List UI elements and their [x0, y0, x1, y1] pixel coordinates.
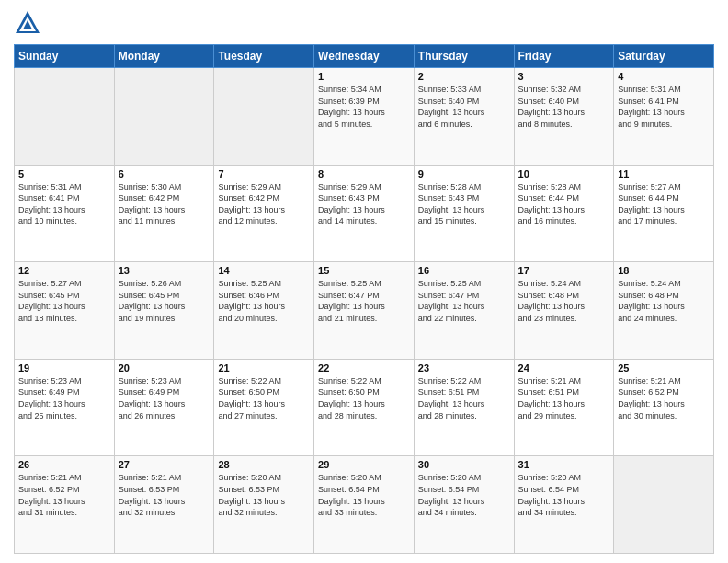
- day-number: 8: [318, 168, 410, 179]
- logo-icon: [14, 9, 41, 37]
- header: [14, 9, 714, 37]
- day-number: 30: [418, 459, 510, 470]
- weekday-header-friday: Friday: [514, 45, 614, 68]
- day-info: Sunrise: 5:20 AM Sunset: 6:54 PM Dayligh…: [518, 472, 610, 518]
- day-cell: 31Sunrise: 5:20 AM Sunset: 6:54 PM Dayli…: [514, 456, 614, 554]
- day-info: Sunrise: 5:21 AM Sunset: 6:52 PM Dayligh…: [618, 375, 710, 421]
- week-row-1: 1Sunrise: 5:34 AM Sunset: 6:39 PM Daylig…: [15, 68, 714, 166]
- day-number: 13: [119, 265, 210, 276]
- page: SundayMondayTuesdayWednesdayThursdayFrid…: [0, 0, 728, 563]
- day-number: 2: [418, 71, 510, 82]
- day-number: 31: [518, 459, 610, 470]
- day-info: Sunrise: 5:33 AM Sunset: 6:40 PM Dayligh…: [418, 84, 510, 130]
- day-info: Sunrise: 5:29 AM Sunset: 6:43 PM Dayligh…: [318, 181, 410, 227]
- day-cell: 3Sunrise: 5:32 AM Sunset: 6:40 PM Daylig…: [514, 68, 614, 166]
- day-cell: 28Sunrise: 5:20 AM Sunset: 6:53 PM Dayli…: [214, 456, 314, 554]
- day-number: 11: [618, 168, 710, 179]
- weekday-header-row: SundayMondayTuesdayWednesdayThursdayFrid…: [15, 45, 714, 68]
- day-number: 4: [618, 71, 710, 82]
- day-info: Sunrise: 5:30 AM Sunset: 6:42 PM Dayligh…: [119, 181, 210, 227]
- day-info: Sunrise: 5:27 AM Sunset: 6:45 PM Dayligh…: [18, 278, 110, 324]
- day-info: Sunrise: 5:25 AM Sunset: 6:46 PM Dayligh…: [218, 278, 310, 324]
- day-cell: 2Sunrise: 5:33 AM Sunset: 6:40 PM Daylig…: [414, 68, 514, 166]
- day-cell: 25Sunrise: 5:21 AM Sunset: 6:52 PM Dayli…: [614, 359, 714, 456]
- day-number: 6: [119, 168, 210, 179]
- day-number: 24: [518, 362, 610, 373]
- day-cell: 19Sunrise: 5:23 AM Sunset: 6:49 PM Dayli…: [15, 359, 115, 456]
- day-info: Sunrise: 5:31 AM Sunset: 6:41 PM Dayligh…: [618, 84, 710, 130]
- day-number: 9: [418, 168, 510, 179]
- weekday-header-thursday: Thursday: [414, 45, 514, 68]
- day-number: 10: [518, 168, 610, 179]
- day-number: 26: [18, 459, 110, 470]
- day-cell: [214, 68, 314, 166]
- weekday-header-wednesday: Wednesday: [314, 45, 415, 68]
- day-info: Sunrise: 5:25 AM Sunset: 6:47 PM Dayligh…: [418, 278, 510, 324]
- day-cell: 22Sunrise: 5:22 AM Sunset: 6:50 PM Dayli…: [314, 359, 415, 456]
- day-info: Sunrise: 5:34 AM Sunset: 6:39 PM Dayligh…: [318, 84, 410, 130]
- day-cell: 1Sunrise: 5:34 AM Sunset: 6:39 PM Daylig…: [314, 68, 415, 166]
- day-cell: 16Sunrise: 5:25 AM Sunset: 6:47 PM Dayli…: [414, 262, 514, 360]
- day-info: Sunrise: 5:21 AM Sunset: 6:51 PM Dayligh…: [518, 375, 610, 421]
- day-cell: [614, 456, 714, 554]
- week-row-4: 19Sunrise: 5:23 AM Sunset: 6:49 PM Dayli…: [15, 359, 714, 456]
- day-info: Sunrise: 5:22 AM Sunset: 6:51 PM Dayligh…: [418, 375, 510, 421]
- day-cell: 30Sunrise: 5:20 AM Sunset: 6:54 PM Dayli…: [414, 456, 514, 554]
- day-info: Sunrise: 5:22 AM Sunset: 6:50 PM Dayligh…: [218, 375, 310, 421]
- day-cell: 20Sunrise: 5:23 AM Sunset: 6:49 PM Dayli…: [114, 359, 214, 456]
- logo: [14, 9, 45, 37]
- day-cell: 29Sunrise: 5:20 AM Sunset: 6:54 PM Dayli…: [314, 456, 415, 554]
- day-cell: 12Sunrise: 5:27 AM Sunset: 6:45 PM Dayli…: [15, 262, 115, 360]
- day-number: 18: [618, 265, 710, 276]
- week-row-5: 26Sunrise: 5:21 AM Sunset: 6:52 PM Dayli…: [15, 456, 714, 554]
- day-info: Sunrise: 5:22 AM Sunset: 6:50 PM Dayligh…: [318, 375, 410, 421]
- day-info: Sunrise: 5:23 AM Sunset: 6:49 PM Dayligh…: [18, 375, 110, 421]
- weekday-header-saturday: Saturday: [614, 45, 714, 68]
- day-info: Sunrise: 5:32 AM Sunset: 6:40 PM Dayligh…: [518, 84, 610, 130]
- day-number: 7: [218, 168, 310, 179]
- day-number: 23: [418, 362, 510, 373]
- day-info: Sunrise: 5:20 AM Sunset: 6:53 PM Dayligh…: [218, 472, 310, 518]
- day-cell: 24Sunrise: 5:21 AM Sunset: 6:51 PM Dayli…: [514, 359, 614, 456]
- week-row-2: 5Sunrise: 5:31 AM Sunset: 6:41 PM Daylig…: [15, 165, 714, 262]
- day-cell: 15Sunrise: 5:25 AM Sunset: 6:47 PM Dayli…: [314, 262, 415, 360]
- day-info: Sunrise: 5:24 AM Sunset: 6:48 PM Dayligh…: [518, 278, 610, 324]
- day-cell: 14Sunrise: 5:25 AM Sunset: 6:46 PM Dayli…: [214, 262, 314, 360]
- day-cell: 9Sunrise: 5:28 AM Sunset: 6:43 PM Daylig…: [414, 165, 514, 262]
- day-info: Sunrise: 5:29 AM Sunset: 6:42 PM Dayligh…: [218, 181, 310, 227]
- day-info: Sunrise: 5:26 AM Sunset: 6:45 PM Dayligh…: [119, 278, 210, 324]
- day-number: 25: [618, 362, 710, 373]
- day-info: Sunrise: 5:21 AM Sunset: 6:53 PM Dayligh…: [119, 472, 210, 518]
- day-cell: 18Sunrise: 5:24 AM Sunset: 6:48 PM Dayli…: [614, 262, 714, 360]
- day-cell: [15, 68, 115, 166]
- day-number: 15: [318, 265, 410, 276]
- day-cell: 21Sunrise: 5:22 AM Sunset: 6:50 PM Dayli…: [214, 359, 314, 456]
- day-number: 27: [119, 459, 210, 470]
- day-cell: 11Sunrise: 5:27 AM Sunset: 6:44 PM Dayli…: [614, 165, 714, 262]
- day-cell: [114, 68, 214, 166]
- day-number: 19: [18, 362, 110, 373]
- day-cell: 8Sunrise: 5:29 AM Sunset: 6:43 PM Daylig…: [314, 165, 415, 262]
- day-cell: 5Sunrise: 5:31 AM Sunset: 6:41 PM Daylig…: [15, 165, 115, 262]
- day-cell: 7Sunrise: 5:29 AM Sunset: 6:42 PM Daylig…: [214, 165, 314, 262]
- calendar-table: SundayMondayTuesdayWednesdayThursdayFrid…: [14, 44, 714, 554]
- day-cell: 4Sunrise: 5:31 AM Sunset: 6:41 PM Daylig…: [614, 68, 714, 166]
- day-cell: 27Sunrise: 5:21 AM Sunset: 6:53 PM Dayli…: [114, 456, 214, 554]
- day-info: Sunrise: 5:31 AM Sunset: 6:41 PM Dayligh…: [18, 181, 110, 227]
- day-number: 1: [318, 71, 410, 82]
- day-number: 3: [518, 71, 610, 82]
- day-info: Sunrise: 5:25 AM Sunset: 6:47 PM Dayligh…: [318, 278, 410, 324]
- day-info: Sunrise: 5:24 AM Sunset: 6:48 PM Dayligh…: [618, 278, 710, 324]
- day-number: 20: [119, 362, 210, 373]
- day-number: 5: [18, 168, 110, 179]
- day-number: 17: [518, 265, 610, 276]
- day-info: Sunrise: 5:28 AM Sunset: 6:44 PM Dayligh…: [518, 181, 610, 227]
- day-cell: 23Sunrise: 5:22 AM Sunset: 6:51 PM Dayli…: [414, 359, 514, 456]
- day-number: 29: [318, 459, 410, 470]
- day-info: Sunrise: 5:21 AM Sunset: 6:52 PM Dayligh…: [18, 472, 110, 518]
- day-cell: 17Sunrise: 5:24 AM Sunset: 6:48 PM Dayli…: [514, 262, 614, 360]
- day-number: 21: [218, 362, 310, 373]
- weekday-header-sunday: Sunday: [15, 45, 115, 68]
- day-cell: 6Sunrise: 5:30 AM Sunset: 6:42 PM Daylig…: [114, 165, 214, 262]
- week-row-3: 12Sunrise: 5:27 AM Sunset: 6:45 PM Dayli…: [15, 262, 714, 360]
